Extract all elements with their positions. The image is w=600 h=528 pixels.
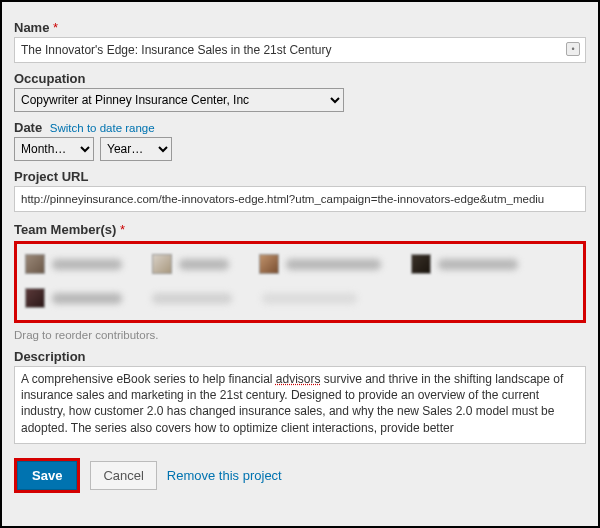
member-name — [52, 293, 122, 304]
team-member[interactable] — [25, 288, 122, 308]
description-textarea[interactable]: A comprehensive eBook series to help fin… — [14, 366, 586, 444]
team-member[interactable] — [152, 293, 232, 304]
remove-project-link[interactable]: Remove this project — [167, 468, 282, 483]
member-name — [52, 259, 122, 270]
occupation-select[interactable]: Copywriter at Pinney Insurance Center, I… — [14, 88, 344, 112]
member-name — [286, 259, 381, 270]
project-url-input[interactable] — [14, 186, 586, 212]
occupation-label: Occupation — [14, 71, 586, 86]
month-select[interactable]: Month… — [14, 137, 94, 161]
add-member-placeholder — [262, 293, 357, 304]
avatar-icon — [152, 254, 172, 274]
avatar-icon — [259, 254, 279, 274]
avatar-icon — [411, 254, 431, 274]
add-team-member[interactable] — [262, 293, 357, 304]
date-label: Date Switch to date range — [14, 120, 586, 135]
team-member[interactable] — [411, 254, 518, 274]
name-input[interactable] — [14, 37, 586, 63]
team-member[interactable] — [25, 254, 122, 274]
switch-date-range-link[interactable]: Switch to date range — [50, 122, 155, 134]
year-select[interactable]: Year… — [100, 137, 172, 161]
member-name — [438, 259, 518, 270]
cancel-button[interactable]: Cancel — [90, 461, 156, 490]
avatar-icon — [25, 288, 45, 308]
team-member[interactable] — [259, 254, 381, 274]
member-name — [179, 259, 229, 270]
avatar-icon — [25, 254, 45, 274]
team-label: Team Member(s) * — [14, 222, 586, 237]
input-badge-icon: • — [566, 42, 580, 56]
description-label: Description — [14, 349, 586, 364]
drag-hint: Drag to reorder contributors. — [14, 329, 586, 341]
save-button[interactable]: Save — [17, 461, 77, 490]
name-label: Name * — [14, 20, 586, 35]
project-url-label: Project URL — [14, 169, 586, 184]
member-name — [152, 293, 232, 304]
team-members-box — [14, 241, 586, 323]
team-member[interactable] — [152, 254, 229, 274]
